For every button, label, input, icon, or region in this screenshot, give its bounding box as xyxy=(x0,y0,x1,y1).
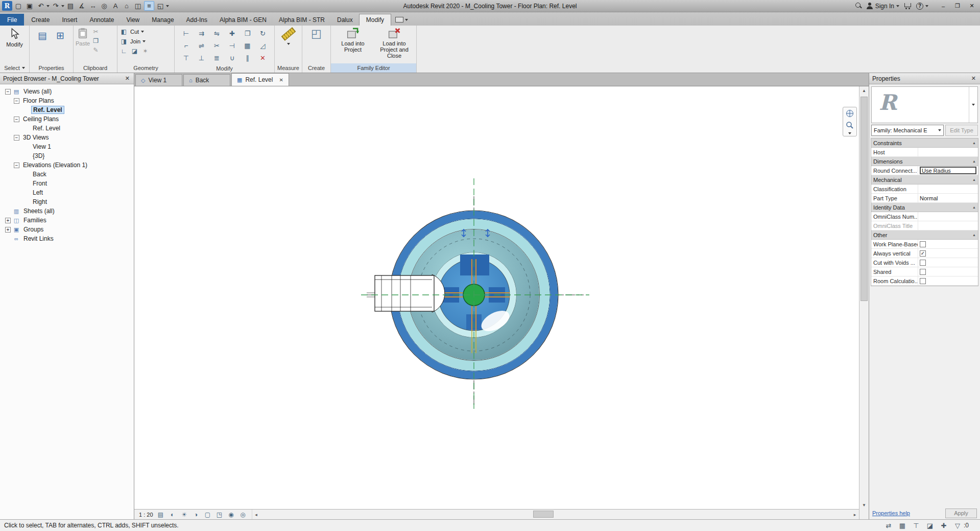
room-calculation-checkbox[interactable] xyxy=(920,278,926,284)
unpin-tool[interactable]: ⊥ xyxy=(196,53,208,63)
drag-on-selection-toggle[interactable]: ✚ xyxy=(940,522,948,529)
trim-multiple-tool[interactable]: ≣ xyxy=(211,53,223,63)
align-tool[interactable]: ⊢ xyxy=(180,28,193,38)
view-tab-back[interactable]: ⌂Back xyxy=(183,74,230,86)
load-into-project-button[interactable]: Load into Project xyxy=(333,27,373,63)
vertical-scroll-thumb[interactable] xyxy=(861,97,868,301)
properties-button[interactable]: ▤ xyxy=(34,27,51,43)
tag-icon[interactable]: ◎ xyxy=(99,1,109,11)
omniclass-title-value[interactable] xyxy=(918,221,978,230)
default-3d-view-icon[interactable]: ⌂ xyxy=(122,1,132,11)
select-panel-label[interactable]: Select xyxy=(0,63,29,73)
tree-item-3d-views[interactable]: −3D Views xyxy=(0,133,134,142)
tree-item-3d[interactable]: {3D} xyxy=(0,151,134,160)
thin-lines-icon[interactable]: ≡ xyxy=(144,1,154,11)
tree-item-elevations[interactable]: −Elevations (Elevation 1) xyxy=(0,160,134,170)
visual-style-icon[interactable]: ◐ xyxy=(169,511,177,518)
split-with-gap-tool[interactable]: ∥ xyxy=(242,53,254,63)
select-by-face-toggle[interactable]: ◪ xyxy=(926,522,934,529)
cut-geometry-button[interactable]: ◧Cut xyxy=(119,27,172,36)
tree-item-ref-level-floor[interactable]: Ref. Level xyxy=(0,105,134,114)
restore-button[interactable]: ❐ xyxy=(950,1,965,12)
open-file-icon[interactable]: ▢ xyxy=(13,1,23,11)
tab-annotate[interactable]: Annotate xyxy=(83,14,120,26)
offset-tool[interactable]: ⇉ xyxy=(196,28,208,38)
omniclass-number-value[interactable] xyxy=(918,212,978,221)
paste-button[interactable]: Paste xyxy=(76,27,90,63)
tree-item-views-all[interactable]: −▤Views (all) xyxy=(0,87,134,96)
tab-alpha-bim-str[interactable]: Alpha BIM - STR xyxy=(273,14,331,26)
always-vertical-checkbox[interactable]: ✓ xyxy=(920,250,926,257)
measure-button[interactable] xyxy=(281,27,296,45)
text-note-icon[interactable]: A xyxy=(110,1,121,11)
copy-tool[interactable]: ❐ xyxy=(242,28,254,38)
host-value[interactable] xyxy=(918,148,978,156)
redo-icon[interactable]: ↷ xyxy=(51,1,61,11)
group-header-dimensions[interactable]: Dimensions▲ xyxy=(871,157,978,166)
select-pinned-toggle[interactable]: ⊤ xyxy=(912,522,920,529)
tree-expander[interactable]: + xyxy=(5,218,11,223)
tree-expander[interactable]: − xyxy=(14,98,19,104)
tree-item-left[interactable]: Left xyxy=(0,188,134,197)
pin-tool[interactable]: ⊤ xyxy=(180,53,193,63)
scroll-up-icon[interactable]: ▲ xyxy=(859,86,869,95)
tree-expander[interactable]: − xyxy=(5,89,11,95)
modify-button[interactable]: Modify xyxy=(6,27,22,63)
tree-item-view-1[interactable]: View 1 xyxy=(0,142,134,151)
group-header-other[interactable]: Other▲ xyxy=(871,230,978,240)
tab-insert[interactable]: Insert xyxy=(56,14,83,26)
properties-header[interactable]: Properties ✕ xyxy=(869,73,980,84)
tree-expander[interactable]: − xyxy=(14,163,19,168)
move-tool[interactable]: ✚ xyxy=(226,28,238,38)
tree-item-back[interactable]: Back xyxy=(0,170,134,179)
tab-create[interactable]: Create xyxy=(25,14,56,26)
app-store-button[interactable] xyxy=(904,3,912,9)
tab-dalux[interactable]: Dalux xyxy=(331,14,359,26)
apply-button[interactable]: Apply xyxy=(945,509,977,518)
tree-item-families[interactable]: +◫Families xyxy=(0,216,134,225)
close-window-button[interactable]: ✕ xyxy=(965,1,979,12)
steering-wheel-button[interactable] xyxy=(845,109,854,118)
view-tab-close-icon[interactable]: ✕ xyxy=(279,77,283,83)
drawing-area[interactable] xyxy=(134,86,859,509)
reveal-hidden-elements-icon[interactable]: ◎ xyxy=(239,511,247,518)
scale-tool[interactable]: ◿ xyxy=(257,40,269,51)
minimize-button[interactable]: – xyxy=(936,1,950,12)
search-button[interactable] xyxy=(855,3,862,9)
filter-icon[interactable]: ▽ xyxy=(953,522,962,529)
select-links-toggle[interactable]: ⇄ xyxy=(885,522,893,529)
scroll-down-icon[interactable]: ▼ xyxy=(859,501,869,509)
detail-level-icon[interactable]: ▤ xyxy=(157,511,165,518)
group-header-identity-data[interactable]: Identity Data▲ xyxy=(871,203,978,212)
vertical-scrollbar[interactable]: ▲ ▼ xyxy=(859,86,869,519)
print-icon[interactable]: ▤ xyxy=(65,1,76,11)
tab-file[interactable]: File xyxy=(0,14,24,26)
customize-qat-icon[interactable] xyxy=(166,5,169,7)
properties-help-link[interactable]: Properties help xyxy=(872,510,910,516)
redo-caret-icon[interactable] xyxy=(61,5,64,7)
trim-corner-tool[interactable]: ⌐ xyxy=(180,40,193,51)
shared-checkbox[interactable] xyxy=(920,269,926,275)
tree-item-revit-links[interactable]: ∞Revit Links xyxy=(0,234,134,243)
shadows-icon[interactable]: ◑ xyxy=(192,511,200,518)
ribbon-state-toggle[interactable] xyxy=(391,17,412,26)
navbar-caret-icon[interactable] xyxy=(848,132,851,134)
cut-with-voids-checkbox[interactable] xyxy=(920,260,926,266)
show-crop-region-icon[interactable]: ◳ xyxy=(216,511,224,518)
mirror-draw-axis-tool[interactable]: ⇌ xyxy=(196,40,208,51)
tree-item-floor-plans[interactable]: −Floor Plans xyxy=(0,96,134,105)
classification-value[interactable] xyxy=(918,184,978,193)
measure-icon[interactable]: ∡ xyxy=(77,1,87,11)
tree-expander[interactable]: − xyxy=(14,117,19,122)
family-types-button[interactable]: ⊞ xyxy=(52,27,68,43)
select-underlay-toggle[interactable]: ▦ xyxy=(898,522,906,529)
project-browser-header[interactable]: Project Browser - M_Cooling Tower ✕ xyxy=(0,73,134,84)
tree-expander[interactable]: − xyxy=(14,135,19,141)
save-icon[interactable]: ▣ xyxy=(25,1,35,11)
horizontal-scroll-thumb[interactable] xyxy=(533,511,554,518)
create-button[interactable]: ◰ xyxy=(311,27,322,63)
join-geometry-tool[interactable]: ∪ xyxy=(226,53,238,63)
scroll-right-icon[interactable]: ▸ xyxy=(851,510,859,519)
tree-item-groups[interactable]: +▣Groups xyxy=(0,225,134,234)
tree-item-sheets[interactable]: ▥Sheets (all) xyxy=(0,206,134,216)
